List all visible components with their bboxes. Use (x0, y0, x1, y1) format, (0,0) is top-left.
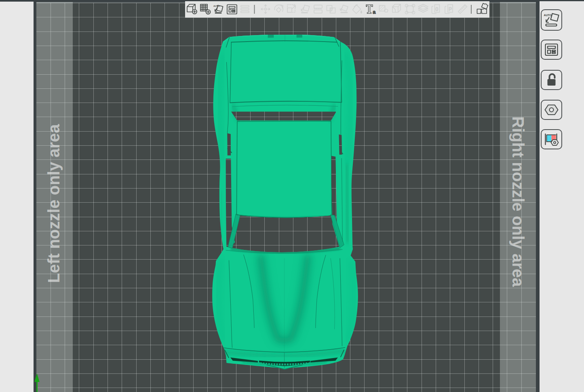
svg-text:0: 0 (436, 6, 439, 12)
svg-text:AUTO: AUTO (544, 14, 552, 17)
svg-text:a: a (373, 9, 376, 15)
svg-text:P: P (449, 6, 452, 12)
